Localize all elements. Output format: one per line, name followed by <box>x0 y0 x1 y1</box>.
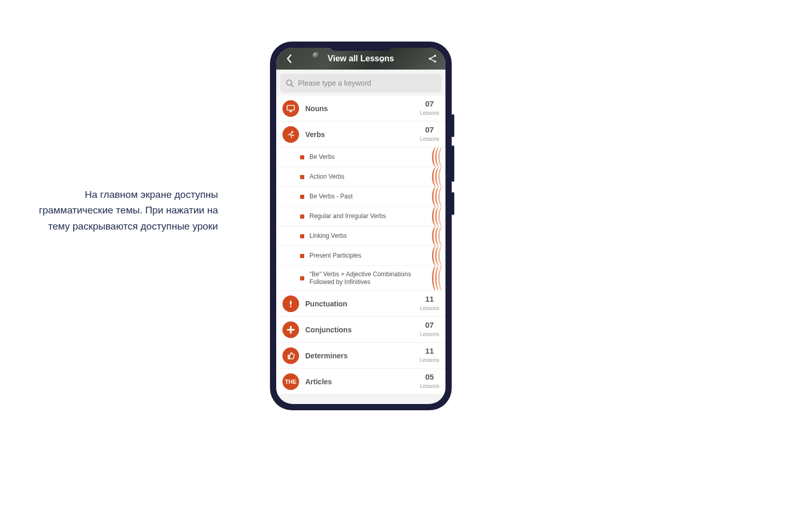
share-icon <box>428 54 437 63</box>
lesson-row[interactable]: Be Verbs - Past <box>276 187 445 207</box>
app-screen: View all Lessons Please type a keyword N… <box>276 48 445 404</box>
bullet-icon <box>300 254 304 258</box>
lesson-label: "Be" Verbs + Adjective Combinations Foll… <box>309 271 440 286</box>
category-row-determiners[interactable]: Determiners 11 Lessons <box>276 343 445 369</box>
back-button[interactable] <box>281 48 297 70</box>
swipe-indicator-icon <box>432 266 445 290</box>
lesson-label: Present Participles <box>309 252 440 260</box>
lesson-label: Regular and Irregular Verbs <box>309 212 440 220</box>
category-count: 11 Lessons <box>420 347 439 364</box>
lesson-row[interactable]: Regular and Irregular Verbs <box>276 207 445 226</box>
swipe-indicator-icon <box>432 207 445 226</box>
svg-point-0 <box>434 55 436 57</box>
lesson-label: Linking Verbs <box>309 232 440 240</box>
svg-point-2 <box>434 61 436 63</box>
swipe-indicator-icon <box>432 187 445 206</box>
lesson-row[interactable]: Action Verbs <box>276 167 445 187</box>
chevron-left-icon <box>286 54 292 63</box>
bullet-icon <box>300 276 304 280</box>
caption-text: На главном экране доступны грамматически… <box>36 187 218 234</box>
svg-rect-9 <box>290 301 292 305</box>
svg-point-10 <box>290 305 291 307</box>
category-label: Determiners <box>305 352 414 360</box>
category-label: Nouns <box>305 104 414 113</box>
lesson-row[interactable]: Present Participles <box>276 246 445 266</box>
search-icon <box>286 79 294 87</box>
svg-line-4 <box>291 85 293 87</box>
swipe-indicator-icon <box>432 226 445 246</box>
category-row-articles[interactable]: THE Articles 05 Lessons <box>276 369 445 395</box>
lesson-row[interactable]: Be Verbs <box>276 147 445 167</box>
exclamation-icon <box>282 295 299 312</box>
svg-rect-5 <box>287 105 294 110</box>
lesson-label: Be Verbs - Past <box>309 193 440 200</box>
phone-frame: View all Lessons Please type a keyword N… <box>270 42 452 410</box>
bullet-icon <box>300 195 304 199</box>
search-placeholder: Please type a keyword <box>298 79 371 87</box>
lesson-row[interactable]: "Be" Verbs + Adjective Combinations Foll… <box>276 266 445 291</box>
phone-side-button <box>452 145 454 182</box>
category-row-verbs[interactable]: Verbs 07 Lessons <box>276 122 445 147</box>
swipe-indicator-icon <box>432 147 445 167</box>
running-icon <box>282 126 299 143</box>
the-text-icon: THE <box>282 373 299 390</box>
category-row-punctuation[interactable]: Punctuation 11 Lessons <box>276 291 445 317</box>
lesson-row[interactable]: Linking Verbs <box>276 226 445 246</box>
phone-side-button <box>452 192 454 215</box>
category-label: Articles <box>305 378 414 386</box>
category-count: 05 Lessons <box>420 373 439 390</box>
category-count: 11 Lessons <box>420 295 439 312</box>
svg-point-1 <box>429 58 431 60</box>
header-title: View all Lessons <box>328 54 394 63</box>
category-row-conjunctions[interactable]: Conjunctions 07 Lessons <box>276 317 445 343</box>
category-label: Verbs <box>305 130 414 139</box>
category-label: Conjunctions <box>305 326 414 334</box>
category-row-nouns[interactable]: Nouns 07 Lessons <box>276 96 445 122</box>
bullet-icon <box>300 155 304 159</box>
plus-icon <box>282 321 299 338</box>
category-count: 07 Lessons <box>420 321 439 338</box>
bullet-icon <box>300 175 304 179</box>
lesson-label: Be Verbs <box>309 153 440 161</box>
search-input[interactable]: Please type a keyword <box>280 74 441 92</box>
thumbs-up-icon <box>282 347 299 364</box>
phone-side-button <box>452 114 454 137</box>
monitor-icon <box>282 100 299 117</box>
category-count: 07 Lessons <box>420 100 439 117</box>
category-count: 07 Lessons <box>420 126 439 143</box>
lesson-label: Action Verbs <box>309 173 440 181</box>
app-header: View all Lessons <box>276 48 445 70</box>
bullet-icon <box>300 214 304 219</box>
share-button[interactable] <box>425 48 440 70</box>
category-list: Nouns 07 Lessons Verbs 07 Lessons <box>276 96 445 395</box>
swipe-indicator-icon <box>432 167 445 186</box>
category-label: Punctuation <box>305 300 414 308</box>
phone-notch <box>330 42 392 51</box>
swipe-indicator-icon <box>432 246 445 265</box>
bullet-icon <box>300 234 304 238</box>
